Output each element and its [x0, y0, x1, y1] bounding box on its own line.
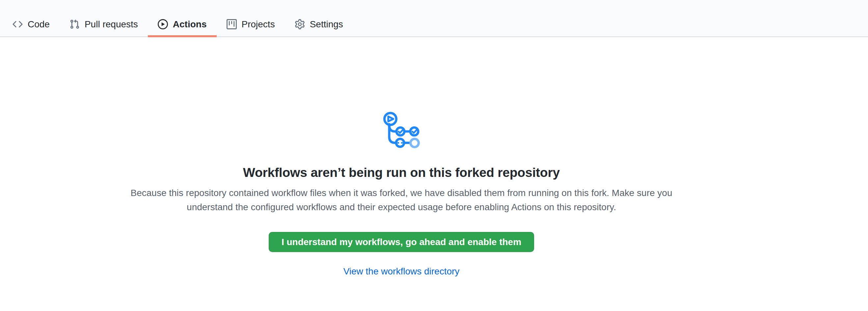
tab-label: Actions: [173, 19, 207, 30]
enable-workflows-button[interactable]: I understand my workflows, go ahead and …: [269, 232, 534, 252]
project-board-icon: [226, 19, 237, 29]
tab-pull-requests[interactable]: Pull requests: [60, 19, 148, 36]
tab-settings[interactable]: Settings: [285, 19, 353, 36]
tab-label: Settings: [310, 19, 343, 30]
tab-actions[interactable]: Actions: [148, 19, 217, 36]
workflow-graph-icon: [383, 111, 420, 149]
pull-request-icon: [69, 19, 80, 29]
tab-label: Code: [28, 19, 50, 30]
code-icon: [12, 19, 23, 29]
play-circle-icon: [158, 19, 168, 29]
tab-label: Pull requests: [85, 19, 138, 30]
repo-tab-bar: Code Pull requests Actions Projects Sett…: [0, 0, 868, 37]
tab-projects[interactable]: Projects: [217, 19, 285, 36]
view-workflows-link[interactable]: View the workflows directory: [0, 266, 803, 277]
blankslate-title: Workflows aren’t being run on this forke…: [0, 164, 803, 181]
tab-label: Projects: [242, 19, 275, 30]
gear-icon: [295, 19, 305, 29]
blankslate-description: Because this repository contained workfl…: [118, 186, 685, 214]
actions-blankslate: Workflows aren’t being run on this forke…: [0, 37, 803, 277]
tab-code[interactable]: Code: [3, 19, 60, 36]
